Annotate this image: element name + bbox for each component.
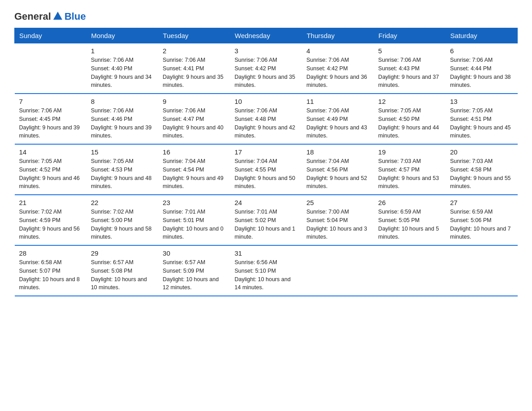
calendar-cell: 8Sunrise: 7:06 AMSunset: 4:46 PMDaylight… bbox=[86, 94, 158, 144]
calendar-cell: 16Sunrise: 7:04 AMSunset: 4:54 PMDayligh… bbox=[158, 144, 230, 195]
day-number: 22 bbox=[91, 199, 154, 206]
day-number: 25 bbox=[306, 199, 369, 206]
day-number: 14 bbox=[19, 148, 82, 156]
calendar-cell: 3Sunrise: 7:06 AMSunset: 4:42 PMDaylight… bbox=[230, 43, 302, 94]
calendar-week-row: 21Sunrise: 7:02 AMSunset: 4:59 PMDayligh… bbox=[15, 195, 518, 245]
day-info: Sunrise: 7:06 AMSunset: 4:45 PMDaylight:… bbox=[19, 107, 82, 140]
header-tuesday: Tuesday bbox=[158, 28, 230, 43]
calendar-cell: 25Sunrise: 7:00 AMSunset: 5:04 PMDayligh… bbox=[302, 195, 373, 245]
calendar-cell: 10Sunrise: 7:06 AMSunset: 4:48 PMDayligh… bbox=[230, 94, 302, 144]
day-info: Sunrise: 7:06 AMSunset: 4:47 PMDaylight:… bbox=[163, 107, 225, 140]
day-info: Sunrise: 6:56 AMSunset: 5:10 PMDaylight:… bbox=[235, 258, 297, 292]
calendar-cell: 28Sunrise: 6:58 AMSunset: 5:07 PMDayligh… bbox=[15, 245, 86, 296]
calendar-cell: 31Sunrise: 6:56 AMSunset: 5:10 PMDayligh… bbox=[230, 245, 302, 296]
day-number: 19 bbox=[378, 148, 441, 156]
day-number: 16 bbox=[163, 148, 225, 156]
header-monday: Monday bbox=[86, 28, 158, 43]
day-number: 23 bbox=[163, 199, 225, 206]
calendar-cell: 4Sunrise: 7:06 AMSunset: 4:42 PMDaylight… bbox=[302, 43, 373, 94]
day-info: Sunrise: 7:05 AMSunset: 4:50 PMDaylight:… bbox=[378, 107, 441, 140]
logo: General Blue bbox=[14, 11, 86, 22]
calendar-cell: 24Sunrise: 7:01 AMSunset: 5:02 PMDayligh… bbox=[230, 195, 302, 245]
day-info: Sunrise: 6:58 AMSunset: 5:07 PMDaylight:… bbox=[19, 258, 82, 292]
day-number: 4 bbox=[306, 47, 369, 55]
calendar-cell: 14Sunrise: 7:05 AMSunset: 4:52 PMDayligh… bbox=[15, 144, 86, 195]
day-info: Sunrise: 7:06 AMSunset: 4:41 PMDaylight:… bbox=[163, 56, 225, 90]
day-info: Sunrise: 6:57 AMSunset: 5:09 PMDaylight:… bbox=[163, 258, 225, 292]
day-number: 26 bbox=[378, 199, 441, 206]
day-number: 17 bbox=[235, 148, 297, 156]
day-info: Sunrise: 7:06 AMSunset: 4:43 PMDaylight:… bbox=[378, 56, 441, 90]
day-number: 29 bbox=[91, 249, 154, 257]
day-number: 15 bbox=[91, 148, 154, 156]
day-info: Sunrise: 7:04 AMSunset: 4:55 PMDaylight:… bbox=[235, 157, 297, 191]
calendar-week-row: 1Sunrise: 7:06 AMSunset: 4:40 PMDaylight… bbox=[15, 43, 518, 94]
logo-triangle-icon bbox=[53, 12, 62, 20]
day-info: Sunrise: 7:02 AMSunset: 4:59 PMDaylight:… bbox=[19, 208, 82, 241]
day-info: Sunrise: 7:06 AMSunset: 4:44 PMDaylight:… bbox=[450, 56, 513, 90]
page-header: General Blue bbox=[14, 11, 518, 22]
day-number: 8 bbox=[91, 98, 154, 105]
calendar-cell: 18Sunrise: 7:04 AMSunset: 4:56 PMDayligh… bbox=[302, 144, 373, 195]
day-number: 5 bbox=[378, 47, 441, 55]
day-info: Sunrise: 7:04 AMSunset: 4:54 PMDaylight:… bbox=[163, 157, 225, 191]
day-info: Sunrise: 7:01 AMSunset: 5:01 PMDaylight:… bbox=[163, 208, 225, 241]
day-info: Sunrise: 7:06 AMSunset: 4:49 PMDaylight:… bbox=[306, 107, 369, 140]
calendar-week-row: 14Sunrise: 7:05 AMSunset: 4:52 PMDayligh… bbox=[15, 144, 518, 195]
day-info: Sunrise: 6:59 AMSunset: 5:05 PMDaylight:… bbox=[378, 208, 441, 241]
day-number: 11 bbox=[306, 98, 369, 105]
day-info: Sunrise: 6:57 AMSunset: 5:08 PMDaylight:… bbox=[91, 258, 154, 292]
day-number: 10 bbox=[235, 98, 297, 105]
calendar-cell: 19Sunrise: 7:03 AMSunset: 4:57 PMDayligh… bbox=[374, 144, 446, 195]
calendar-cell: 23Sunrise: 7:01 AMSunset: 5:01 PMDayligh… bbox=[158, 195, 230, 245]
header-sunday: Sunday bbox=[15, 28, 86, 43]
header-friday: Friday bbox=[374, 28, 446, 43]
day-info: Sunrise: 7:03 AMSunset: 4:58 PMDaylight:… bbox=[450, 157, 513, 191]
header-saturday: Saturday bbox=[446, 28, 517, 43]
day-number: 3 bbox=[235, 47, 297, 55]
calendar-header-row: SundayMondayTuesdayWednesdayThursdayFrid… bbox=[15, 28, 518, 43]
day-info: Sunrise: 7:02 AMSunset: 5:00 PMDaylight:… bbox=[91, 208, 154, 241]
day-info: Sunrise: 7:06 AMSunset: 4:42 PMDaylight:… bbox=[235, 56, 297, 90]
day-info: Sunrise: 7:05 AMSunset: 4:53 PMDaylight:… bbox=[91, 157, 154, 191]
calendar-cell bbox=[446, 245, 517, 296]
calendar-cell: 26Sunrise: 6:59 AMSunset: 5:05 PMDayligh… bbox=[374, 195, 446, 245]
day-info: Sunrise: 7:06 AMSunset: 4:48 PMDaylight:… bbox=[235, 107, 297, 140]
calendar-cell: 9Sunrise: 7:06 AMSunset: 4:47 PMDaylight… bbox=[158, 94, 230, 144]
day-info: Sunrise: 7:03 AMSunset: 4:57 PMDaylight:… bbox=[378, 157, 441, 191]
calendar-cell: 27Sunrise: 6:59 AMSunset: 5:06 PMDayligh… bbox=[446, 195, 517, 245]
day-number: 31 bbox=[235, 249, 297, 257]
calendar-cell: 21Sunrise: 7:02 AMSunset: 4:59 PMDayligh… bbox=[15, 195, 86, 245]
calendar-table: SundayMondayTuesdayWednesdayThursdayFrid… bbox=[14, 28, 518, 296]
day-info: Sunrise: 6:59 AMSunset: 5:06 PMDaylight:… bbox=[450, 208, 513, 241]
day-number: 12 bbox=[378, 98, 441, 105]
calendar-cell: 7Sunrise: 7:06 AMSunset: 4:45 PMDaylight… bbox=[15, 94, 86, 144]
day-number: 18 bbox=[306, 148, 369, 156]
day-info: Sunrise: 7:06 AMSunset: 4:42 PMDaylight:… bbox=[306, 56, 369, 90]
day-number: 27 bbox=[450, 199, 513, 206]
calendar-cell bbox=[15, 43, 86, 94]
day-number: 13 bbox=[450, 98, 513, 105]
calendar-cell bbox=[374, 245, 446, 296]
header-wednesday: Wednesday bbox=[230, 28, 302, 43]
calendar-cell: 5Sunrise: 7:06 AMSunset: 4:43 PMDaylight… bbox=[374, 43, 446, 94]
calendar-week-row: 28Sunrise: 6:58 AMSunset: 5:07 PMDayligh… bbox=[15, 245, 518, 296]
day-number: 6 bbox=[450, 47, 513, 55]
calendar-cell: 13Sunrise: 7:05 AMSunset: 4:51 PMDayligh… bbox=[446, 94, 517, 144]
day-number: 2 bbox=[163, 47, 225, 55]
day-number: 9 bbox=[163, 98, 225, 105]
calendar-cell: 15Sunrise: 7:05 AMSunset: 4:53 PMDayligh… bbox=[86, 144, 158, 195]
calendar-cell: 22Sunrise: 7:02 AMSunset: 5:00 PMDayligh… bbox=[86, 195, 158, 245]
calendar-cell: 2Sunrise: 7:06 AMSunset: 4:41 PMDaylight… bbox=[158, 43, 230, 94]
calendar-cell: 20Sunrise: 7:03 AMSunset: 4:58 PMDayligh… bbox=[446, 144, 517, 195]
day-info: Sunrise: 7:00 AMSunset: 5:04 PMDaylight:… bbox=[306, 208, 369, 241]
day-number: 20 bbox=[450, 148, 513, 156]
day-info: Sunrise: 7:04 AMSunset: 4:56 PMDaylight:… bbox=[306, 157, 369, 191]
day-info: Sunrise: 7:06 AMSunset: 4:40 PMDaylight:… bbox=[91, 56, 154, 90]
calendar-cell bbox=[302, 245, 373, 296]
calendar-cell: 30Sunrise: 6:57 AMSunset: 5:09 PMDayligh… bbox=[158, 245, 230, 296]
day-number: 7 bbox=[19, 98, 82, 105]
day-info: Sunrise: 7:01 AMSunset: 5:02 PMDaylight:… bbox=[235, 208, 297, 241]
calendar-cell: 17Sunrise: 7:04 AMSunset: 4:55 PMDayligh… bbox=[230, 144, 302, 195]
day-number: 1 bbox=[91, 47, 154, 55]
